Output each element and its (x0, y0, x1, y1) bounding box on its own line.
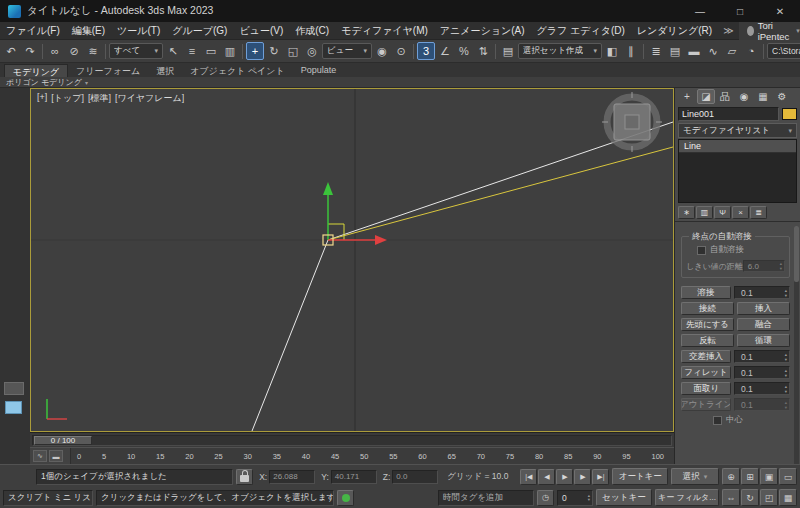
viewport-label-segment[interactable]: [ワイヤフレーム] (115, 92, 184, 105)
modifier-list-dropdown[interactable]: モディファイヤリスト (678, 123, 797, 138)
maximize-viewport-icon[interactable]: ◰ (760, 489, 778, 506)
zoom-all-icon[interactable]: ⊞ (741, 468, 759, 485)
zoom-extents-icon[interactable]: ▣ (760, 468, 778, 485)
coordinate-value-field[interactable]: 40.171 (331, 470, 377, 484)
maxscript-mini-listener[interactable]: スクリプト ミニ リス (3, 490, 93, 506)
use-pivot-center-icon[interactable]: ◉ (373, 42, 391, 60)
viewport-layout-active-tab[interactable] (5, 401, 22, 414)
mirror-icon[interactable]: ◧ (603, 42, 621, 60)
spline-segment-yellow[interactable] (328, 147, 673, 240)
rollout-button[interactable]: 溶接 (681, 286, 731, 299)
material-editor-icon[interactable]: ◔ (742, 42, 760, 60)
coordinate-value-field[interactable]: 26.088 (269, 470, 315, 484)
select-by-name-icon[interactable]: ≡ (183, 42, 201, 60)
trackbar-ruler[interactable]: 0510152025303540455055606570758085909510… (70, 448, 674, 464)
selection-filter-dropdown[interactable]: すべて (109, 43, 163, 59)
display-tab-icon[interactable]: ▦ (754, 89, 772, 104)
percent-snap-icon[interactable]: % (455, 42, 473, 60)
time-tag-field[interactable]: 時間タグを追加 (438, 490, 534, 506)
rollout-control[interactable]: 0.1 (734, 286, 790, 299)
maximize-button[interactable]: □ (720, 0, 760, 22)
curve-editor-icon[interactable]: ∿ (704, 42, 722, 60)
toolbar-icon[interactable] (413, 44, 414, 59)
viewport-layout-tab-button[interactable] (4, 382, 24, 395)
show-end-result-icon[interactable]: ▥ (696, 206, 713, 219)
coordinate-value-field[interactable]: 0.0 (392, 470, 438, 484)
unlink-selection-icon[interactable]: ⊘ (65, 42, 83, 60)
rollout-control[interactable]: 0.1 (734, 350, 790, 363)
make-unique-icon[interactable]: Ψ (714, 206, 731, 219)
configure-modifier-sets-icon[interactable]: ≣ (750, 206, 767, 219)
toolbar-icon[interactable] (495, 44, 496, 59)
time-slider[interactable]: 0 / 100 (30, 432, 674, 447)
cycle-button[interactable]: 循環 (737, 334, 790, 347)
adaptive-degradation-icon[interactable] (337, 490, 354, 506)
previous-frame-button[interactable]: ◀ (538, 469, 555, 485)
select-and-scale-icon[interactable]: ◱ (284, 42, 302, 60)
viewport-label-segment[interactable]: [トップ] (51, 92, 84, 105)
reference-coordinate-dropdown[interactable]: ビュー (322, 43, 372, 59)
viewport-layout-icon[interactable]: ▦ (779, 489, 797, 506)
angle-snap-icon[interactable]: ∠ (436, 42, 454, 60)
ribbon-tab-object-paint[interactable]: オブジェクト ペイント (182, 64, 293, 77)
pan-icon[interactable]: ⇔ (722, 489, 740, 506)
threshold-spinner[interactable]: 6.0 (743, 260, 785, 272)
ribbon-tab-populate[interactable]: Populate (293, 64, 345, 77)
viewport-top[interactable]: [+][トップ][標準][ワイヤフレーム] (30, 88, 674, 432)
fuse-button[interactable]: 融合 (737, 318, 790, 331)
polygon-modeling-panel-button[interactable]: ポリゴン モデリング (0, 77, 94, 88)
panel-scrollbar[interactable] (794, 226, 799, 464)
modify-tab-icon[interactable]: ◪ (697, 89, 715, 104)
open-mini-curve-editor-icon[interactable]: ∿ (33, 450, 47, 462)
toolbar-icon[interactable] (242, 44, 243, 59)
snap-toggle-3d-icon[interactable]: 3 (417, 42, 435, 60)
project-folder-field[interactable]: C:\Storage\P...dsMax Project (767, 43, 800, 59)
select-and-rotate-icon[interactable]: ↻ (265, 42, 283, 60)
menu-item[interactable]: レンダリング(R) (631, 24, 718, 38)
rollout-button[interactable]: 接続 (681, 302, 734, 315)
go-to-start-button[interactable]: |◀ (520, 469, 537, 485)
ribbon-toggle-icon[interactable]: ▬ (685, 42, 703, 60)
insert-button[interactable]: 挿入 (737, 302, 790, 315)
toolbar-icon[interactable] (643, 44, 644, 59)
center-checkbox[interactable] (713, 416, 722, 425)
select-and-manipulate-icon[interactable]: ⊙ (392, 42, 410, 60)
redo-icon[interactable]: ↷ (21, 42, 39, 60)
go-to-end-button[interactable]: ▶| (592, 469, 609, 485)
create-tab-icon[interactable]: + (678, 89, 696, 104)
key-filters-button[interactable]: キー フィルタ... (655, 489, 719, 506)
time-slider-handle[interactable]: 0 / 100 (34, 436, 92, 445)
named-selection-sets-dropdown[interactable]: 選択セット作成 (518, 43, 602, 59)
menu-item[interactable]: ファイル(F) (0, 24, 66, 38)
bind-to-space-warp-icon[interactable]: ≋ (84, 42, 102, 60)
selected-keyset-dropdown[interactable]: 選択 (671, 468, 719, 485)
menu-overflow-chevron[interactable]: ≫ (718, 25, 738, 36)
toolbar-icon[interactable] (763, 44, 764, 59)
hierarchy-tab-icon[interactable]: 品 (716, 89, 734, 104)
modifier-stack[interactable]: Line (678, 139, 797, 203)
viewport-canvas[interactable] (31, 89, 673, 431)
menu-item[interactable]: グループ(G) (166, 24, 233, 38)
rollout-control[interactable]: 0.1 (734, 398, 790, 411)
rollout-button[interactable]: フィレット (681, 366, 731, 379)
select-object-icon[interactable]: ↖ (164, 42, 182, 60)
track-bar[interactable]: ∿▬ 0510152025303540455055606570758085909… (30, 447, 674, 464)
rollout-button[interactable]: アウトライン (681, 398, 731, 411)
time-configuration-icon[interactable]: ◷ (537, 490, 554, 506)
panel-scrollbar-thumb[interactable] (794, 226, 799, 282)
next-frame-button[interactable]: ▶ (574, 469, 591, 485)
time-slider-groove[interactable]: 0 / 100 (32, 435, 672, 446)
remove-modifier-icon[interactable]: × (732, 206, 749, 219)
select-and-link-icon[interactable]: ∞ (46, 42, 64, 60)
rollout-control[interactable]: 0.1 (734, 366, 790, 379)
ribbon-tab-selection[interactable]: 選択 (148, 64, 182, 77)
menu-item[interactable]: 編集(E) (66, 24, 111, 38)
viewport-label-segment[interactable]: [標準] (88, 92, 111, 105)
undo-icon[interactable]: ↶ (2, 42, 20, 60)
rollout-button[interactable]: 交差挿入 (681, 350, 731, 363)
zoom-region-icon[interactable]: ▭ (779, 468, 797, 485)
rollout-control[interactable]: 0.1 (734, 382, 790, 395)
rollout-button[interactable]: 面取り (681, 382, 731, 395)
window-crossing-icon[interactable]: ▥ (221, 42, 239, 60)
play-button[interactable]: ▶ (556, 469, 573, 485)
